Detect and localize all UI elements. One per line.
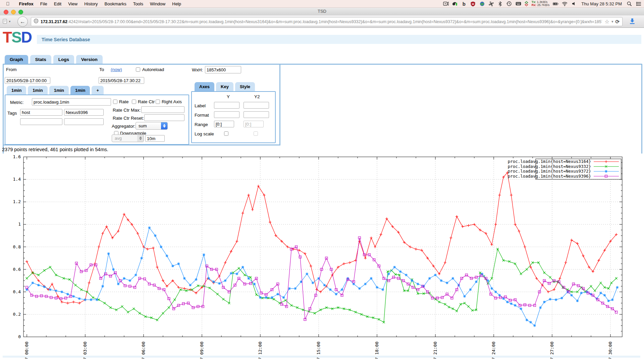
metric-tabs-1min-1[interactable]: 1min: [28, 86, 47, 95]
metric-tabs--4[interactable]: +: [92, 86, 104, 95]
back-button[interactable]: ←: [17, 16, 28, 27]
menu-firefox[interactable]: Firefox: [16, 1, 37, 6]
clover-icon[interactable]: [488, 1, 494, 7]
tag-key-input-2[interactable]: [20, 118, 62, 125]
reload-icon[interactable]: ⟳: [615, 19, 620, 25]
to-input[interactable]: [99, 77, 144, 84]
rate-ctr-reset-input[interactable]: [144, 114, 184, 121]
tag-value-input[interactable]: [64, 109, 104, 116]
panel-tabs-style-2[interactable]: Style: [235, 82, 255, 91]
menu-tools[interactable]: Tools: [130, 1, 147, 6]
network-traffic-icon[interactable]: [525, 1, 528, 7]
metric-tabs-1min-0[interactable]: 1min: [7, 86, 26, 95]
time-machine-icon[interactable]: [506, 1, 512, 7]
y2-log-scale-checkbox[interactable]: [254, 131, 258, 136]
svg-text:0.2: 0.2: [13, 312, 21, 317]
menu-history[interactable]: History: [81, 1, 101, 6]
tag-key-input[interactable]: [20, 109, 62, 116]
aggregator-select[interactable]: sum: [136, 122, 168, 130]
panel-tabs-key-1[interactable]: Key: [216, 82, 233, 91]
apple-menu-icon[interactable]: : [6, 1, 10, 6]
url-text[interactable]: 172.31.217.62:4242/#start=2015/05/28-17:…: [41, 19, 602, 24]
downloads-button[interactable]: [629, 18, 636, 25]
menubar-clock[interactable]: Thu May 28 5:32 PM: [580, 1, 623, 6]
y-range-input[interactable]: [214, 121, 234, 127]
audio-app-icon[interactable]: [452, 1, 458, 7]
panel-tabs-axes-0[interactable]: Axes: [195, 82, 214, 91]
mcafee-shield-icon[interactable]: [470, 1, 476, 7]
svg-text:1.4: 1.4: [13, 177, 21, 182]
volume-icon[interactable]: [571, 1, 577, 7]
svg-text:0.6: 0.6: [13, 267, 21, 272]
battery-icon[interactable]: [553, 1, 558, 7]
tsd-banner: Time Series Database: [37, 35, 641, 44]
autoreload-checkbox[interactable]: [136, 67, 140, 72]
right-axis-checkbox[interactable]: [156, 100, 160, 104]
svg-text:0.8: 0.8: [13, 244, 21, 249]
svg-text:proc.loadavg.1min{host=Nexus93: proc.loadavg.1min{host=Nexus9396}: [508, 174, 591, 179]
nav-tabs-logs-2[interactable]: Logs: [53, 55, 74, 64]
spotlight-icon[interactable]: [627, 1, 632, 7]
y2-format-input[interactable]: [244, 111, 269, 118]
downsample-interval-input[interactable]: [145, 135, 165, 142]
now-link[interactable]: (now): [111, 67, 122, 72]
rate-ctr-checkbox[interactable]: [132, 100, 136, 104]
y-label-input[interactable]: [214, 102, 239, 109]
browser-toolbar: ▼ ← 172.31.217.62:4242/#start=2015/05/28…: [0, 15, 644, 28]
y-log-scale-checkbox[interactable]: [224, 131, 228, 136]
menu-bookmarks[interactable]: Bookmarks: [101, 1, 130, 6]
session-page-icon[interactable]: ▼: [3, 18, 11, 24]
rate-ctr-max-input[interactable]: [141, 106, 184, 113]
y2-range-input[interactable]: [244, 121, 264, 127]
tag-value-input-2[interactable]: [64, 118, 104, 125]
svg-text:proc.loadavg.1min{host=Nexus93: proc.loadavg.1min{host=Nexus9332}: [508, 164, 591, 169]
screen:  FirefoxFileEditViewHistoryBookmarksToo…: [0, 0, 644, 362]
nav-tabs-version-3[interactable]: Version: [76, 55, 103, 64]
aggregator-label: Aggregator:: [112, 124, 136, 129]
tsd-logo-letter-d: D: [21, 28, 32, 46]
svg-text:proc.loadavg.1min{host=Nexus31: proc.loadavg.1min{host=Nexus3164}: [508, 159, 591, 164]
metric-tabs-1min-3[interactable]: 1min: [70, 86, 90, 95]
b-app-icon[interactable]: b: [461, 1, 467, 7]
rate-ctr-max-label: Rate Ctr Max:: [113, 108, 141, 113]
nav-tabs-graph-0[interactable]: Graph: [5, 55, 28, 64]
notification-center-icon[interactable]: [636, 1, 641, 7]
wxh-input[interactable]: [205, 66, 241, 73]
menu-file[interactable]: File: [37, 1, 51, 6]
menu-window[interactable]: Window: [147, 1, 169, 6]
rate-checkbox[interactable]: [113, 100, 117, 104]
metric-tabs-1min-2[interactable]: 1min: [49, 86, 69, 95]
svg-text:1.2: 1.2: [13, 199, 21, 204]
axes-row-range: Range: [195, 122, 208, 127]
browser-globe-icon[interactable]: [479, 1, 485, 7]
url-bar[interactable]: 172.31.217.62:4242/#start=2015/05/28-17:…: [31, 17, 623, 26]
svg-text:0.4: 0.4: [13, 289, 21, 294]
y2-label-input[interactable]: [244, 102, 269, 109]
right-axis-label: Right Axis: [162, 99, 182, 104]
rate-label: Rate: [119, 99, 129, 104]
url-dropdown-icon[interactable]: ▾: [611, 19, 613, 24]
wifi-icon[interactable]: [562, 1, 568, 7]
panel-bottom-strip: [3, 356, 640, 358]
svg-text:1: 1: [18, 222, 21, 227]
menu-edit[interactable]: Edit: [51, 1, 65, 6]
bookmark-star-icon[interactable]: ☆: [605, 18, 609, 25]
svg-text:proc.loadavg.1min{host=Nexus93: proc.loadavg.1min{host=Nexus9372}: [508, 169, 591, 174]
axes-row-format: Format: [195, 113, 209, 118]
bluetooth-icon[interactable]: [497, 1, 503, 7]
nav-tabs-stats-1[interactable]: Stats: [30, 55, 51, 64]
axes-row-label: Label: [195, 103, 206, 108]
keyboard-icon[interactable]: [516, 1, 521, 7]
menu-view[interactable]: View: [65, 1, 81, 6]
menu-help[interactable]: Help: [169, 1, 184, 6]
downsample-func-select[interactable]: avg: [112, 134, 144, 142]
metric-input[interactable]: [32, 98, 111, 106]
window-titlebar[interactable]: TSD: [0, 7, 644, 16]
svg-text:1.6: 1.6: [13, 154, 21, 159]
autoreload-label: Autoreload: [142, 67, 164, 72]
tsd-banner-text: Time Series Database: [42, 37, 90, 42]
y-format-input[interactable]: [214, 111, 239, 118]
aggregator-select-stepper[interactable]: [161, 122, 167, 129]
screen-mirroring-icon[interactable]: [443, 1, 449, 7]
from-input[interactable]: [5, 77, 50, 84]
